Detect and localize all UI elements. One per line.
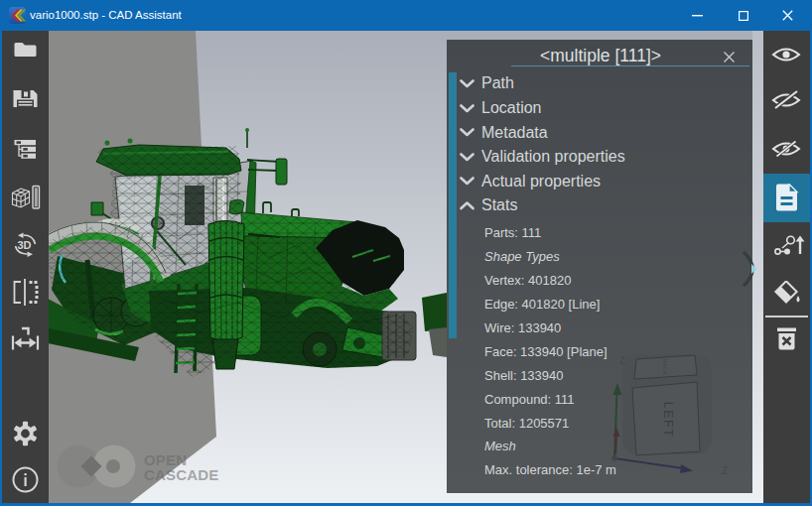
svg-text:CASCADE: CASCADE — [144, 466, 219, 483]
svg-text:3D: 3D — [18, 239, 32, 251]
